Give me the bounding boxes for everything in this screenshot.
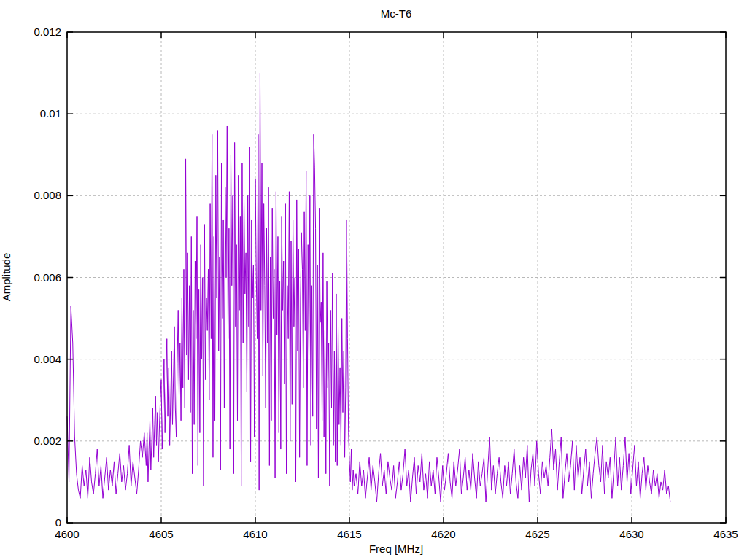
chart-title: Mc-T6	[381, 7, 412, 20]
spectrum-chart: Mc-T6 46004605461046154620462546304635 0…	[0, 0, 747, 560]
x-tick-label: 4620	[431, 528, 455, 540]
chart-page: Mc-T6 46004605461046154620462546304635 0…	[0, 0, 747, 560]
x-tick-label: 4600	[55, 528, 79, 540]
x-tick-label: 4625	[525, 528, 549, 540]
x-axis-label: Freq [MHz]	[369, 542, 423, 555]
y-tick-label: 0	[55, 516, 61, 529]
y-tick-label: 0.008	[34, 189, 61, 201]
y-tick-label: 0.002	[34, 435, 61, 447]
spectrum-trace	[67, 73, 670, 502]
y-tick-labels: 00.0020.0040.0060.0080.010.012	[34, 26, 61, 529]
x-tick-label: 4610	[243, 528, 267, 540]
y-axis-label: Amplitude	[0, 253, 12, 302]
y-tick-label: 0.004	[34, 353, 61, 365]
grid-lines	[67, 32, 726, 523]
x-tick-label: 4630	[619, 528, 643, 540]
y-tick-label: 0.01	[40, 107, 61, 120]
x-tick-label: 4635	[713, 528, 738, 540]
x-tick-labels: 46004605461046154620462546304635	[55, 528, 738, 540]
x-tick-label: 4615	[337, 528, 361, 540]
x-tick-label: 4605	[149, 528, 173, 540]
y-tick-label: 0.012	[34, 26, 61, 38]
y-tick-label: 0.006	[34, 271, 61, 284]
